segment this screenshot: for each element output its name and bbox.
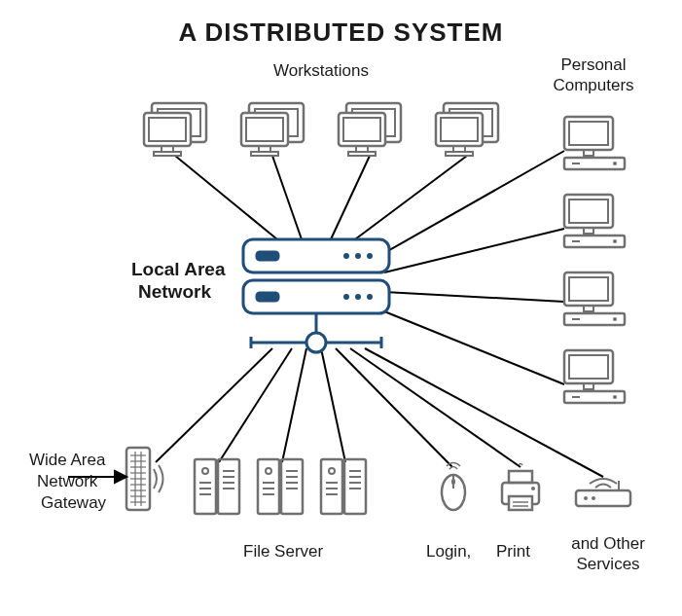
lan-label-2: Network	[138, 280, 211, 304]
workstation-icon	[339, 103, 401, 156]
svg-line-57	[282, 348, 306, 462]
svg-line-61	[365, 348, 603, 477]
router-icon	[576, 479, 630, 506]
workstations-label: Workstations	[224, 60, 418, 81]
svg-line-51	[384, 151, 564, 253]
lan-label-1: Local Area	[131, 258, 225, 281]
svg-line-53	[384, 292, 564, 302]
file-server-label: File Server	[243, 541, 323, 562]
svg-point-69	[343, 294, 349, 300]
workstation-icon	[144, 103, 206, 156]
diagram-title: A DISTRIBUTED SYSTEM	[0, 18, 682, 48]
svg-point-71	[367, 294, 373, 300]
svg-line-47	[175, 156, 277, 239]
wan-label-1: Wide Area	[29, 450, 105, 470]
svg-rect-64	[257, 252, 278, 260]
svg-line-49	[331, 156, 370, 239]
svg-point-67	[355, 253, 361, 259]
pc-icon	[564, 272, 625, 325]
wan-gateway-icon	[126, 448, 163, 510]
wan-label-3: Gateway	[41, 492, 106, 513]
other-services-label: and Other Services	[555, 533, 662, 575]
print-label: Print	[496, 541, 530, 562]
svg-point-73	[306, 333, 326, 352]
printer-icon	[502, 464, 539, 511]
diagram-canvas: { "title": "A DISTRIBUTED SYSTEM", "labe…	[0, 0, 682, 616]
pc-icon	[564, 350, 625, 403]
svg-line-52	[384, 229, 564, 272]
svg-line-58	[321, 348, 345, 462]
mouse-icon	[442, 463, 465, 511]
pc-label: Personal Computers	[525, 54, 662, 96]
wan-label-2: Network	[37, 471, 97, 491]
svg-rect-65	[257, 293, 278, 301]
login-label: Login,	[426, 541, 471, 562]
file-server-icon	[195, 459, 239, 514]
svg-point-70	[355, 294, 361, 300]
workstation-icon	[241, 103, 304, 156]
svg-point-68	[367, 253, 373, 259]
svg-marker-79	[115, 471, 126, 483]
svg-line-50	[355, 156, 467, 239]
file-server-icon	[321, 459, 366, 514]
svg-line-48	[272, 156, 302, 239]
workstation-icon	[436, 103, 498, 156]
pc-icon	[564, 117, 625, 169]
svg-point-66	[343, 253, 349, 259]
file-server-icon	[258, 459, 303, 514]
lan-hub-icon	[243, 239, 389, 352]
pc-icon	[564, 195, 625, 247]
